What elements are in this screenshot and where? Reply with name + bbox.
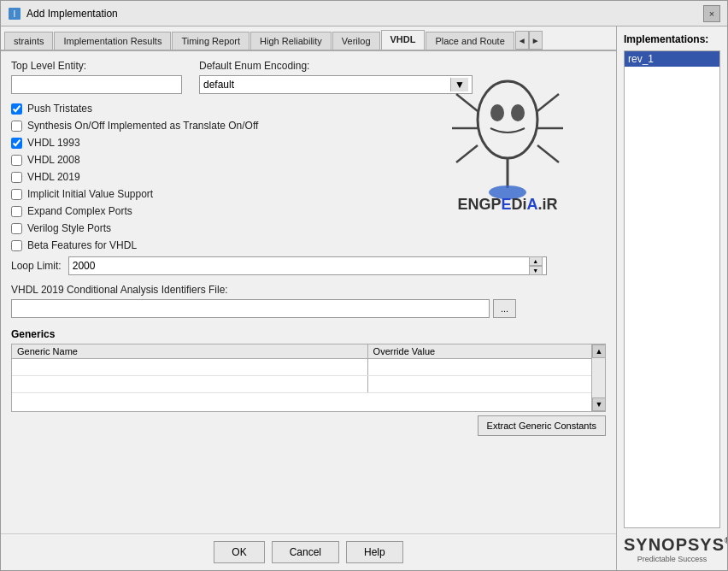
top-level-entity-label: Top Level Entity: [11, 60, 182, 72]
close-button[interactable]: × [703, 5, 720, 22]
loop-limit-row: Loop Limit: ▲ ▼ [11, 256, 606, 275]
generics-table: Generic Name Override Value [12, 344, 605, 393]
synopsys-logo: SYNOPSYS® Predictable Success [624, 535, 720, 563]
vhdl-file-input[interactable] [11, 299, 490, 318]
generic-name-cell[interactable] [12, 376, 367, 393]
browse-button[interactable]: ... [493, 299, 516, 318]
verilog-style-checkbox[interactable] [11, 223, 22, 234]
top-level-entity-input[interactable] [11, 75, 182, 94]
left-panel: straints Implementation Results Timing R… [1, 26, 616, 570]
implementation-item[interactable]: rev_1 [625, 51, 719, 67]
synthesis-onoff-checkbox[interactable] [11, 121, 22, 132]
vhdl-2008-label: VHDL 2008 [27, 154, 80, 166]
table-row [12, 376, 605, 393]
vhdl-file-row: VHDL 2019 Conditional Analysis Identifie… [11, 284, 606, 318]
tab-timing-report[interactable]: Timing Report [172, 32, 250, 50]
push-tristates-label: Push Tristates [27, 103, 92, 115]
extract-btn-row: Extract Generic Constants [11, 415, 606, 436]
default-enum-combo[interactable]: default ▼ [199, 75, 473, 94]
title-bar-left: I Add Implementation [8, 7, 118, 21]
dialog-title: Add Implementation [26, 8, 118, 20]
implementations-label: Implementations: [624, 33, 720, 45]
synopsys-name: SYNOPSYS® [624, 535, 720, 555]
default-enum-group: Default Enum Encoding: default ▼ [199, 60, 473, 94]
scrollbar-up-button[interactable]: ▲ [592, 344, 606, 358]
tab-place-and-route[interactable]: Place and Route [426, 32, 514, 50]
checkbox-vhdl-1993: VHDL 1993 [11, 137, 606, 149]
combo-arrow-icon: ▼ [450, 78, 468, 91]
vhdl-1993-checkbox[interactable] [11, 138, 22, 149]
push-tristates-checkbox[interactable] [11, 103, 22, 115]
dialog-icon: I [8, 7, 21, 21]
checkbox-vhdl-2019: VHDL 2019 [11, 171, 606, 183]
expand-complex-checkbox[interactable] [11, 206, 22, 217]
main-area: straints Implementation Results Timing R… [1, 26, 727, 570]
tab-nav-left[interactable]: ◄ [515, 31, 529, 50]
extract-generic-constants-button[interactable]: Extract Generic Constants [478, 415, 606, 436]
table-row [12, 359, 605, 376]
content-wrapper: Top Level Entity: Default Enum Encoding:… [11, 60, 606, 436]
generic-name-cell[interactable] [12, 359, 367, 376]
tab-vhdl[interactable]: VHDL [381, 30, 426, 51]
tab-high-reliability[interactable]: High Reliability [250, 32, 332, 50]
generics-label: Generics [11, 328, 606, 340]
top-level-entity-group: Top Level Entity: [11, 60, 182, 94]
tab-straints[interactable]: straints [4, 32, 53, 50]
ok-button[interactable]: OK [214, 541, 264, 563]
checkbox-push-tristates: Push Tristates [11, 103, 606, 115]
checkbox-expand-complex: Expand Complex Ports [11, 205, 606, 217]
checkbox-verilog-style: Verilog Style Ports [11, 222, 606, 234]
generics-section: Generics Generic Name Override Value [11, 328, 606, 436]
checkbox-vhdl-2008: VHDL 2008 [11, 154, 606, 166]
synthesis-onoff-label: Synthesis On/Off Implemented as Translat… [27, 120, 258, 132]
tab-nav-right[interactable]: ► [529, 31, 543, 50]
help-button[interactable]: Help [346, 541, 403, 563]
loop-limit-spinbox[interactable]: ▲ ▼ [68, 256, 547, 275]
right-panel: Implementations: rev_1 SYNOPSYS® Predict… [616, 26, 727, 570]
vhdl-file-label: VHDL 2019 Conditional Analysis Identifie… [11, 284, 606, 296]
synopsys-tagline: Predictable Success [624, 555, 720, 563]
loop-limit-spin-down[interactable]: ▼ [529, 266, 543, 275]
vhdl-2019-label: VHDL 2019 [27, 171, 80, 183]
col-override-value: Override Value [367, 344, 604, 359]
loop-limit-spin-up[interactable]: ▲ [529, 256, 543, 266]
bottom-buttons: OK Cancel Help [1, 533, 616, 570]
override-value-cell[interactable] [367, 359, 604, 376]
col-generic-name: Generic Name [12, 344, 367, 359]
beta-features-label: Beta Features for VHDL [27, 239, 137, 251]
generics-table-wrapper: Generic Name Override Value [11, 344, 606, 412]
verilog-style-label: Verilog Style Ports [27, 222, 111, 234]
vhdl-2008-checkbox[interactable] [11, 155, 22, 166]
svg-text:I: I [14, 9, 16, 19]
implicit-initial-label: Implicit Initial Value Support [27, 188, 153, 200]
implementations-list[interactable]: rev_1 [624, 50, 720, 528]
table-scrollbar: ▲ ▼ [591, 344, 605, 411]
checkbox-beta-features: Beta Features for VHDL [11, 239, 606, 251]
checkbox-synthesis-onoff: Synthesis On/Off Implemented as Translat… [11, 120, 606, 132]
override-value-cell[interactable] [367, 376, 604, 393]
loop-limit-spin-buttons: ▲ ▼ [529, 256, 543, 275]
tabs-row: straints Implementation Results Timing R… [1, 26, 616, 51]
vhdl-1993-label: VHDL 1993 [27, 137, 80, 149]
content-area: Top Level Entity: Default Enum Encoding:… [1, 51, 616, 533]
title-bar: I Add Implementation × [1, 1, 727, 26]
checkbox-implicit-initial: Implicit Initial Value Support [11, 188, 606, 200]
scrollbar-down-button[interactable]: ▼ [592, 397, 606, 411]
expand-complex-label: Expand Complex Ports [27, 205, 132, 217]
loop-limit-input[interactable] [73, 260, 529, 272]
implicit-initial-checkbox[interactable] [11, 189, 22, 200]
vhdl-file-input-row: ... [11, 299, 606, 318]
tab-impl-results[interactable]: Implementation Results [54, 32, 171, 50]
top-form-row: Top Level Entity: Default Enum Encoding:… [11, 60, 606, 94]
add-implementation-dialog: I Add Implementation × straints Implemen… [0, 0, 728, 571]
default-enum-value: default [203, 79, 234, 91]
cancel-button[interactable]: Cancel [272, 541, 339, 563]
scrollbar-track [592, 358, 605, 397]
loop-limit-label: Loop Limit: [11, 260, 62, 272]
vhdl-2019-checkbox[interactable] [11, 172, 22, 183]
beta-features-checkbox[interactable] [11, 240, 22, 251]
tab-verilog[interactable]: Verilog [332, 32, 380, 50]
default-enum-label: Default Enum Encoding: [199, 60, 473, 72]
